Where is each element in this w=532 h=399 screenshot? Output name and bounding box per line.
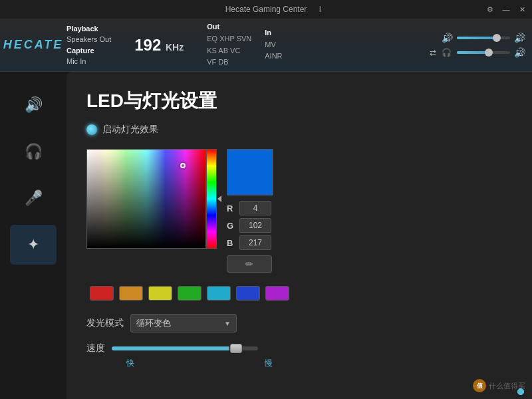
in-tags1: MV [265, 39, 282, 51]
gradient-canvas [87, 150, 205, 248]
settings-button[interactable]: ⚙ [485, 5, 495, 14]
headphones-icon: 🎧 [442, 48, 452, 57]
led-nav-icon: ✦ [27, 236, 39, 253]
playback-capture-info: Playback Speakers Out Capture Mic In [66, 23, 111, 67]
out-header: Out [207, 21, 251, 33]
headphones-nav-icon: 🎧 [25, 143, 43, 160]
swatch-yellow[interactable] [148, 286, 172, 301]
color-gradient-wrapper [86, 149, 217, 249]
color-preview [227, 149, 273, 196]
watermark: 值 什么值得买 [473, 379, 525, 392]
content-area: LED与灯光设置 启动灯光效果 R [66, 72, 532, 399]
mic-in-label: Mic In [66, 56, 111, 67]
b-input[interactable] [239, 235, 271, 250]
out-tags2: KS AB VC [207, 45, 251, 57]
info-button[interactable]: i [319, 5, 472, 14]
speed-row: 速度 快 慢 [86, 342, 512, 369]
volume-controls: 🔊 🔊 ⇄ 🎧 🔊 [430, 33, 525, 58]
speaker-end-icon: 🔊 [514, 33, 525, 43]
swatch-cyan[interactable] [207, 286, 231, 301]
top-info: Playback Speakers Out Capture Mic In 192… [60, 21, 430, 68]
color-picker-area: R G B ✏ [86, 149, 512, 273]
speakers-out-label: Speakers Out [66, 34, 111, 45]
rgb-row-r: R [227, 201, 273, 215]
swatch-blue[interactable] [236, 286, 260, 301]
playback-label: Playback [66, 23, 111, 35]
swatch-purple[interactable] [265, 286, 289, 301]
watermark-circle: 值 [473, 379, 486, 392]
volume-row-1: 🔊 🔊 [442, 33, 525, 43]
title-bar: Hecate Gaming Center i ⚙ — ✕ [0, 0, 532, 19]
in-section: In MV AINR [265, 27, 282, 63]
in-tags2: AINR [265, 51, 282, 63]
freq-unit: KHz [166, 42, 184, 53]
b-label: B [227, 238, 236, 248]
logo-text: HECATE [3, 38, 64, 52]
slow-label: 慢 [265, 358, 273, 369]
out-section: Out EQ XHP SVN KS AB VC VF DB [207, 21, 251, 68]
mode-select-value: 循环变色 [136, 317, 171, 329]
speaker-icon: 🔊 [442, 33, 453, 43]
page-title: LED与灯光设置 [86, 88, 512, 114]
eyedropper-button[interactable]: ✏ [227, 255, 272, 273]
mode-row: 发光模式 循环变色 ▼ [86, 314, 512, 332]
sidebar-item-headphones[interactable]: 🎧 [10, 132, 57, 172]
window-controls: ⚙ — ✕ [485, 5, 527, 14]
logo: HECATE [7, 25, 60, 65]
g-label: G [227, 221, 236, 231]
sidebar-item-microphone[interactable]: 🎤 [10, 178, 57, 218]
speed-label-row: 速度 [86, 342, 512, 354]
mode-select-dropdown[interactable]: 循环变色 ▼ [130, 314, 237, 332]
volume-row-2: ⇄ 🎧 🔊 [430, 47, 525, 58]
hue-bar [207, 150, 216, 248]
minimize-button[interactable]: — [501, 5, 511, 14]
speed-slider-thumb[interactable] [230, 344, 242, 353]
g-input[interactable] [239, 218, 271, 233]
swap-icon: ⇄ [430, 48, 436, 57]
sidebar-item-led[interactable]: ✦ [10, 225, 57, 265]
watermark-text: 什么值得买 [489, 381, 525, 391]
top-bar: HECATE Playback Speakers Out Capture Mic… [0, 19, 532, 72]
swatch-orange[interactable] [119, 286, 143, 301]
main-layout: 🔊 🎧 🎤 ✦ LED与灯光设置 启动灯光效果 [0, 72, 532, 399]
frequency-display: 192 KHz [134, 36, 184, 55]
hue-cursor-arrow [217, 196, 221, 202]
rgb-controls: R G B ✏ [227, 149, 273, 273]
mode-label: 发光模式 [86, 317, 124, 329]
headphones-end-icon: 🔊 [514, 47, 525, 58]
dropdown-arrow-icon: ▼ [224, 320, 231, 327]
speed-label: 速度 [86, 342, 105, 354]
swatch-red[interactable] [90, 286, 114, 301]
color-gradient[interactable] [86, 149, 206, 249]
out-tags1: EQ XHP SVN [207, 33, 251, 45]
rgb-row-g: G [227, 218, 273, 233]
fast-label: 快 [126, 358, 134, 369]
r-label: R [227, 203, 236, 213]
window-title: Hecate Gaming Center [225, 5, 307, 14]
speed-end-labels: 快 慢 [126, 358, 273, 369]
volume-slider-1[interactable] [457, 37, 510, 39]
capture-label: Capture [66, 45, 111, 57]
color-crosshair [180, 163, 186, 168]
rgb-row-b: B [227, 235, 273, 250]
eyedropper-icon: ✏ [245, 259, 253, 269]
in-header: In [265, 27, 282, 39]
close-button[interactable]: ✕ [517, 5, 527, 14]
freq-value: 192 [134, 36, 161, 54]
sidebar: 🔊 🎧 🎤 ✦ [0, 72, 66, 399]
out-tags3: VF DB [207, 57, 251, 68]
volume-slider-2[interactable] [457, 51, 510, 54]
sidebar-item-speakers[interactable]: 🔊 [10, 85, 57, 125]
enable-lighting-row[interactable]: 启动灯光效果 [86, 124, 512, 136]
speaker-nav-icon: 🔊 [25, 96, 43, 114]
hue-bar-wrapper[interactable] [206, 149, 217, 249]
r-input[interactable] [239, 201, 271, 215]
microphone-nav-icon: 🎤 [25, 190, 43, 207]
enable-lighting-label: 启动灯光效果 [102, 124, 158, 136]
speed-slider[interactable] [112, 346, 258, 350]
swatch-green[interactable] [178, 286, 201, 301]
color-swatches [86, 286, 512, 301]
led-status-indicator [86, 124, 97, 135]
